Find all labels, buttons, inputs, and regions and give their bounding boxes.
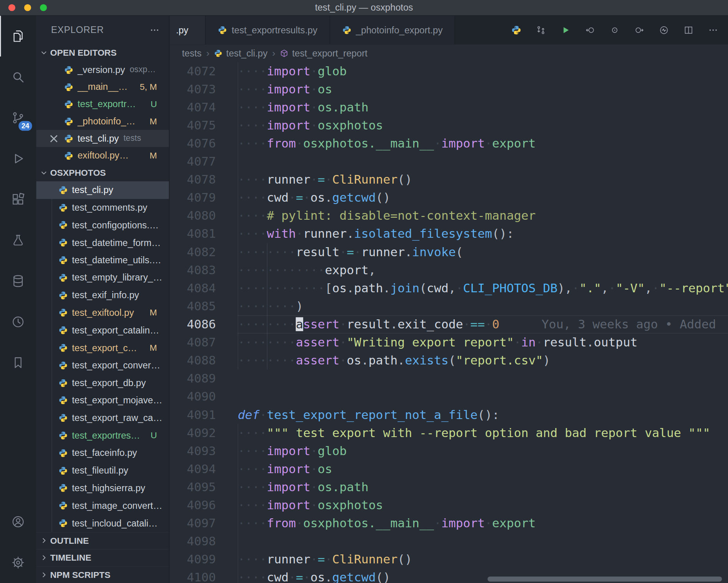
- tree-item-test-export-conver[interactable]: test_export_conver…: [36, 357, 169, 374]
- code-line-4081[interactable]: 4081····with·runner.isolated_filesystem(…: [170, 225, 728, 243]
- minimize-window-button[interactable]: [24, 4, 31, 11]
- search-icon: [11, 70, 25, 84]
- open-editor-item-test-cli-py[interactable]: test_cli.pytests: [36, 130, 169, 147]
- tree-item-test-datetime-form[interactable]: test_datetime_form…: [36, 234, 169, 251]
- line-number: 4087: [170, 333, 238, 352]
- section-header-outline[interactable]: OUTLINE: [36, 532, 169, 549]
- tree-item-test-highsierra-py[interactable]: test_highsierra.py: [36, 479, 169, 497]
- open-editor-item-photoinfo[interactable]: _photoinfo_…M: [36, 113, 169, 130]
- code-line-4076[interactable]: 4076····from·osxphotos.__main__·import·e…: [170, 135, 728, 153]
- code-line-4089[interactable]: 4089: [170, 370, 728, 388]
- code-line-4099[interactable]: 4099····runner·=·CliRunner(): [170, 550, 728, 568]
- code-line-4090[interactable]: 4090: [170, 388, 728, 406]
- section-header-npm-scripts[interactable]: NPM SCRIPTS: [36, 566, 169, 583]
- project-section-header[interactable]: OSXPHOTOS: [36, 164, 169, 181]
- account-activity-button[interactable]: [0, 501, 36, 542]
- tree-item-test-empty-library[interactable]: test_empty_library_…: [36, 269, 169, 287]
- explorer-activity-button[interactable]: [0, 16, 36, 56]
- tree-item-test-datetime-utils[interactable]: test_datetime_utils.…: [36, 251, 169, 269]
- python-logo-icon: [59, 255, 68, 265]
- code-line-4098[interactable]: 4098: [170, 532, 728, 550]
- tree-item-test-export-catalin[interactable]: test_export_catalin…: [36, 322, 169, 339]
- close-editor-icon[interactable]: [48, 132, 60, 145]
- testing-activity-button[interactable]: [0, 220, 36, 261]
- code-line-4093[interactable]: 4093····import·glob: [170, 442, 728, 460]
- code-line-4080[interactable]: 4080····# pylint: disable=not-context-ma…: [170, 207, 728, 225]
- code-line-4078[interactable]: 4078····runner·=·CliRunner(): [170, 171, 728, 189]
- search-activity-button[interactable]: [0, 56, 36, 97]
- debug-forward-icon: [634, 25, 644, 35]
- open-editor-item-main[interactable]: __main__…5, M: [36, 78, 169, 96]
- code-line-4083[interactable]: 4083············export,: [170, 261, 728, 279]
- code-line-4094[interactable]: 4094····import·os: [170, 460, 728, 478]
- code-line-4086[interactable]: 4086········assert·result.exit_code·==·0…: [170, 315, 728, 333]
- tree-item-test-exif-info-py[interactable]: test_exif_info.py: [36, 286, 169, 304]
- tree-item-test-cli-py[interactable]: test_cli.py: [36, 181, 169, 199]
- extensions-activity-button[interactable]: [0, 179, 36, 220]
- settings-gear-activity-button[interactable]: [0, 542, 36, 583]
- pulse-circle-button[interactable]: [651, 16, 676, 44]
- explorer-more-actions-icon[interactable]: [150, 25, 160, 35]
- code-line-4095[interactable]: 4095····import·os.path: [170, 478, 728, 496]
- open-editors-section-header[interactable]: OPEN EDITORS: [36, 44, 169, 61]
- tree-item-test-incloud-catali[interactable]: test_incloud_catali…: [36, 514, 169, 532]
- clock-circle-activity-button[interactable]: [0, 301, 36, 342]
- debug-circle-button[interactable]: [602, 16, 627, 44]
- horizontal-scrollbar[interactable]: [488, 576, 722, 581]
- code-line-4082[interactable]: 4082········result·=·runner.invoke(: [170, 243, 728, 261]
- tree-item-test-image-convert[interactable]: test_image_convert…: [36, 497, 169, 515]
- git-status-badge: U: [150, 430, 157, 441]
- code-line-4087[interactable]: 4087········assert·"Writing export repor…: [170, 333, 728, 352]
- debug-forward-button[interactable]: [627, 16, 651, 44]
- tree-item-test-fileutil-py[interactable]: test_fileutil.py: [36, 462, 169, 479]
- tree-item-test-exiftool-py[interactable]: test_exiftool.pyM: [36, 304, 169, 322]
- tree-item-test-faceinfo-py[interactable]: test_faceinfo.py: [36, 444, 169, 462]
- code-line-4088[interactable]: 4088········assert·os.path.exists("repor…: [170, 352, 728, 370]
- code-line-4075[interactable]: 4075····import·osxphotos: [170, 117, 728, 135]
- code-line-4091[interactable]: 4091def·test_export_report_not_a_file():: [170, 406, 728, 424]
- code-line-4092[interactable]: 4092····""" test export with --report op…: [170, 424, 728, 442]
- code-line-4074[interactable]: 4074····import·os.path: [170, 98, 728, 117]
- section-header-timeline[interactable]: TIMELINE: [36, 549, 169, 567]
- tree-item-test-comments-py[interactable]: test_comments.py: [36, 199, 169, 217]
- breadcrumb-item-test-export-report[interactable]: test_export_report: [280, 48, 368, 58]
- close-window-button[interactable]: [8, 4, 15, 11]
- breadcrumb-item-tests[interactable]: tests: [182, 48, 202, 58]
- compare-changes-button[interactable]: [529, 16, 553, 44]
- split-editor-button[interactable]: [676, 16, 701, 44]
- tree-item-test-export-mojave[interactable]: test_export_mojave…: [36, 392, 169, 409]
- zoom-window-button[interactable]: [40, 4, 47, 11]
- tree-item-test-configoptions[interactable]: test_configoptions.…: [36, 217, 169, 234]
- run-file-button[interactable]: [553, 16, 578, 44]
- tab-py[interactable]: .py: [170, 16, 206, 44]
- tree-item-test-export-db-py[interactable]: test_export_db.py: [36, 374, 169, 392]
- tab-test-exportresults-py[interactable]: test_exportresults.py: [206, 16, 330, 44]
- open-editor-item-version-py[interactable]: _version.pyosxp…: [36, 61, 169, 78]
- bookmarks-activity-button[interactable]: [0, 342, 36, 383]
- debug-reverse-button[interactable]: [578, 16, 602, 44]
- line-number: 4096: [170, 496, 238, 514]
- code-text: ············export,: [238, 261, 728, 279]
- code-line-4097[interactable]: 4097····from·osxphotos.__main__·import·e…: [170, 514, 728, 532]
- code-line-4096[interactable]: 4096····import·osxphotos: [170, 496, 728, 514]
- code-line-4084[interactable]: 4084············[os.path.join(cwd,·CLI_P…: [170, 279, 728, 297]
- tab-photoinfo-export-py[interactable]: _photoinfo_export.py: [330, 16, 455, 44]
- open-editor-item-test-exportr[interactable]: test_exportr…U: [36, 96, 169, 113]
- database-activity-button[interactable]: [0, 261, 36, 301]
- chevron-down-icon: [40, 169, 48, 177]
- tree-item-test-export-c[interactable]: test_export_c…M: [36, 339, 169, 357]
- tree-item-test-exportres[interactable]: test_exportres…U: [36, 427, 169, 445]
- code-line-4072[interactable]: 4072····import·glob: [170, 62, 728, 80]
- code-line-4073[interactable]: 4073····import·os: [170, 80, 728, 98]
- open-editor-item-exiftool-py[interactable]: exiftool.py…M: [36, 147, 169, 164]
- more-actions-button[interactable]: [701, 16, 725, 44]
- run-debug-activity-button[interactable]: [0, 138, 36, 179]
- code-line-4077[interactable]: 4077: [170, 153, 728, 171]
- breadcrumb-item-test-cli-py[interactable]: test_cli.py: [214, 48, 267, 58]
- code-line-4079[interactable]: 4079····cwd·=·os.getcwd(): [170, 189, 728, 207]
- code-line-4085[interactable]: 4085········): [170, 297, 728, 315]
- code-editor[interactable]: 4072····import·glob4073····import·os4074…: [170, 62, 728, 583]
- source-control-activity-button[interactable]: 24: [0, 97, 36, 138]
- tree-item-test-export-raw-ca[interactable]: test_export_raw_ca…: [36, 409, 169, 427]
- python-logo-button[interactable]: [504, 16, 529, 44]
